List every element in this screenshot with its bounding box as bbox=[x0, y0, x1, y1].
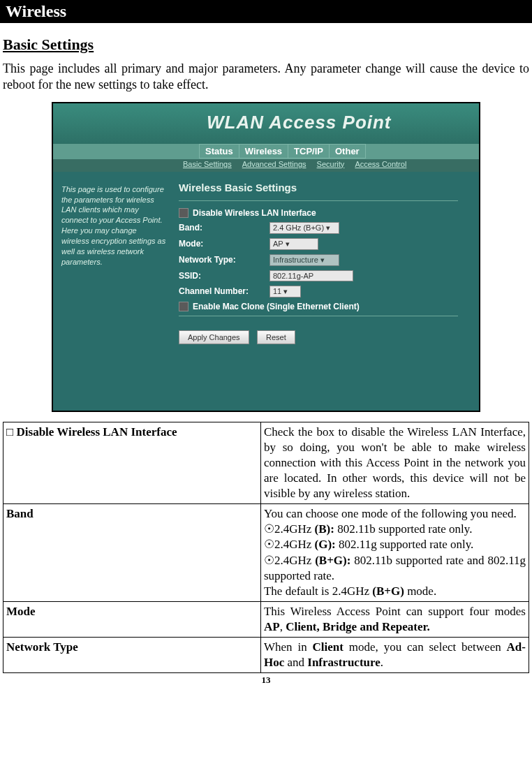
bullet-icon: ☉ bbox=[264, 538, 274, 551]
table-row: Mode This Wireless Access Point can supp… bbox=[3, 601, 529, 637]
tab-other[interactable]: Other bbox=[329, 144, 366, 159]
apply-button[interactable]: Apply Changes bbox=[179, 330, 249, 344]
app-title: WLAN Access Point bbox=[207, 112, 392, 133]
param-label: Disable Wireless LAN Interface bbox=[17, 425, 177, 439]
param-label-cell: Band bbox=[3, 504, 261, 602]
reset-button[interactable]: Reset bbox=[257, 330, 295, 344]
page-header: Wireless bbox=[0, 0, 532, 23]
param-desc-cell: Check the box to disable the Wireless LA… bbox=[260, 422, 529, 503]
sub-tabs: Basic Settings Advanced Settings Securit… bbox=[53, 159, 479, 172]
network-type-label: Network Type: bbox=[179, 255, 269, 265]
param-label: Network Type bbox=[6, 640, 78, 654]
subtab-access-control[interactable]: Access Control bbox=[350, 159, 411, 169]
page-header-title: Wireless bbox=[6, 2, 66, 20]
sidebar-help-text: This page is used to configure the param… bbox=[61, 184, 166, 267]
disable-wlan-label: Disable Wireless LAN Interface bbox=[193, 208, 316, 218]
band-label: Band: bbox=[179, 223, 269, 233]
divider bbox=[179, 200, 458, 201]
param-desc-intro: You can choose one mode of the following… bbox=[264, 506, 526, 522]
channel-label: Channel Number: bbox=[179, 286, 269, 296]
subtab-basic-settings[interactable]: Basic Settings bbox=[179, 159, 236, 169]
tab-wireless[interactable]: Wireless bbox=[239, 144, 288, 159]
ssid-label: SSID: bbox=[179, 271, 269, 281]
app-screenshot: WLAN Access Point StatusWirelessTCP/IPOt… bbox=[52, 102, 480, 412]
param-label: Mode bbox=[6, 605, 36, 618]
param-label: Band bbox=[6, 507, 34, 520]
subtab-advanced-settings[interactable]: Advanced Settings bbox=[238, 159, 311, 169]
param-desc-line: ☉2.4GHz (G): 802.11g supported rate only… bbox=[264, 537, 526, 552]
param-label-cell: □ Disable Wireless LAN Interface bbox=[3, 422, 261, 503]
section-title: Basic Settings bbox=[3, 36, 529, 54]
settings-form: Wireless Basic Settings Disable Wireless… bbox=[179, 182, 458, 344]
mode-select[interactable]: AP ▾ bbox=[269, 238, 318, 250]
parameters-table: □ Disable Wireless LAN Interface Check t… bbox=[3, 422, 529, 673]
main-tabs: StatusWirelessTCP/IPOther bbox=[53, 144, 479, 159]
mac-clone-checkbox[interactable] bbox=[179, 302, 189, 311]
band-select[interactable]: 2.4 GHz (B+G) ▾ bbox=[269, 222, 339, 234]
channel-select[interactable]: 11 ▾ bbox=[269, 286, 301, 297]
bullet-icon: ☉ bbox=[264, 554, 274, 567]
subtab-security[interactable]: Security bbox=[313, 159, 349, 169]
network-type-select[interactable]: Infrastructure ▾ bbox=[269, 254, 339, 266]
param-desc-line: ☉2.4GHz (B+G): 802.11b supported rate an… bbox=[264, 553, 526, 584]
table-row: □ Disable Wireless LAN Interface Check t… bbox=[3, 422, 529, 503]
param-desc-cell: When in Client mode, you can select betw… bbox=[260, 638, 529, 673]
mac-clone-label: Enable Mac Clone (Single Ethernet Client… bbox=[193, 302, 360, 311]
param-label-cell: Mode bbox=[3, 601, 261, 637]
intro-text: This page includes all primary and major… bbox=[3, 61, 529, 94]
mode-label: Mode: bbox=[179, 239, 269, 249]
checkbox-glyph: □ bbox=[6, 425, 17, 439]
app-body: This page is used to configure the param… bbox=[53, 172, 479, 411]
param-desc: Check the box to disable the Wireless LA… bbox=[264, 425, 526, 500]
app-banner: WLAN Access Point bbox=[53, 103, 479, 144]
tab-tcpip[interactable]: TCP/IP bbox=[288, 144, 330, 159]
page-number: 13 bbox=[0, 675, 532, 686]
table-row: Network Type When in Client mode, you ca… bbox=[3, 638, 529, 673]
table-row: Band You can choose one mode of the foll… bbox=[3, 504, 529, 602]
ssid-input[interactable] bbox=[269, 270, 353, 281]
param-desc-cell: You can choose one mode of the following… bbox=[260, 504, 529, 602]
screenshot-container: WLAN Access Point StatusWirelessTCP/IPOt… bbox=[0, 102, 532, 415]
divider bbox=[179, 316, 458, 316]
form-title: Wireless Basic Settings bbox=[179, 182, 458, 193]
param-desc-line: ☉2.4GHz (B): 802.11b supported rate only… bbox=[264, 522, 526, 537]
param-desc-cell: This Wireless Access Point can support f… bbox=[260, 601, 529, 637]
param-label-cell: Network Type bbox=[3, 638, 261, 673]
tab-status[interactable]: Status bbox=[199, 144, 239, 159]
disable-wlan-checkbox[interactable] bbox=[179, 208, 189, 218]
bullet-icon: ☉ bbox=[264, 522, 274, 536]
param-desc-default: The default is 2.4GHz (B+G) mode. bbox=[264, 584, 526, 599]
